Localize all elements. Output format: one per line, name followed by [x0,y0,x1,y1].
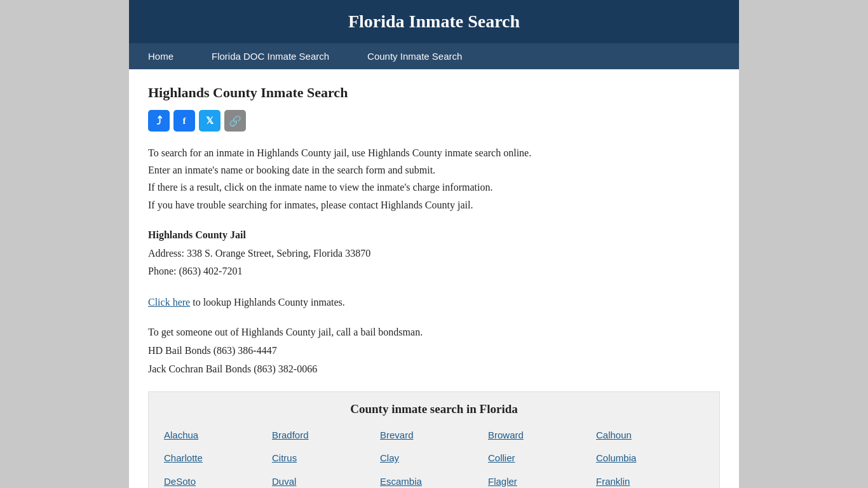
click-here-link[interactable]: Click here [148,297,190,308]
twitter-button[interactable]: 𝕏 [199,110,220,132]
county-link-collier[interactable]: Collier [488,449,596,468]
nav-home[interactable]: Home [129,43,193,69]
bail-line-1: To get someone out of Highlands County j… [148,327,423,337]
county-link-citrus[interactable]: Citrus [272,449,380,468]
county-grid: AlachuaBradfordBrevardBrowardCalhounChar… [164,426,704,488]
facebook-button[interactable]: f [173,110,195,132]
county-link-alachua[interactable]: Alachua [164,426,272,445]
lookup-section: Click here to lookup Highlands County in… [148,294,720,311]
lookup-text-after: to lookup Highlands County inmates. [190,297,345,308]
county-link-bradford[interactable]: Bradford [272,426,380,445]
county-link-calhoun[interactable]: Calhoun [596,426,704,445]
county-link-clay[interactable]: Clay [380,449,488,468]
county-link-franklin[interactable]: Franklin [596,473,704,488]
bail-line-3: Jack Cochran Bail Bonds (863) 382-0066 [148,363,317,374]
share-button[interactable]: ⤴ [148,110,170,132]
site-header: Florida Inmate Search [129,0,739,43]
jail-info: Highlands County Jail Address: 338 S. Or… [148,226,720,281]
desc-line-1: To search for an inmate in Highlands Cou… [148,147,531,158]
county-section-title: County inmate search in Florida [164,402,704,416]
county-link-charlotte[interactable]: Charlotte [164,449,272,468]
main-nav: Home Florida DOC Inmate Search County In… [129,43,739,69]
county-link-flagler[interactable]: Flagler [488,473,596,488]
page-title: Highlands County Inmate Search [148,85,720,101]
county-link-escambia[interactable]: Escambia [380,473,488,488]
jail-phone: Phone: (863) 402-7201 [148,266,242,276]
copy-link-button[interactable]: 🔗 [224,110,246,132]
social-buttons: ⤴ f 𝕏 🔗 [148,110,720,132]
nav-doc-search[interactable]: Florida DOC Inmate Search [193,43,348,69]
description: To search for an inmate in Highlands Cou… [148,144,720,214]
desc-line-4: If you have trouble searching for inmate… [148,200,473,210]
county-link-desoto[interactable]: DeSoto [164,473,272,488]
bail-line-2: HD Bail Bonds (863) 386-4447 [148,345,277,356]
site-title: Florida Inmate Search [135,11,733,32]
county-link-columbia[interactable]: Columbia [596,449,704,468]
jail-address: Address: 338 S. Orange Street, Sebring, … [148,248,370,259]
county-section: County inmate search in Florida AlachuaB… [148,391,720,488]
county-link-broward[interactable]: Broward [488,426,596,445]
main-content: Highlands County Inmate Search ⤴ f 𝕏 🔗 T… [129,69,739,488]
nav-county-search[interactable]: County Inmate Search [348,43,481,69]
desc-line-2: Enter an inmate's name or booking date i… [148,165,435,175]
desc-line-3: If there is a result, click on the inmat… [148,182,492,193]
county-link-brevard[interactable]: Brevard [380,426,488,445]
jail-name: Highlands County Jail [148,229,246,240]
county-link-duval[interactable]: Duval [272,473,380,488]
bail-info: To get someone out of Highlands County j… [148,323,720,378]
